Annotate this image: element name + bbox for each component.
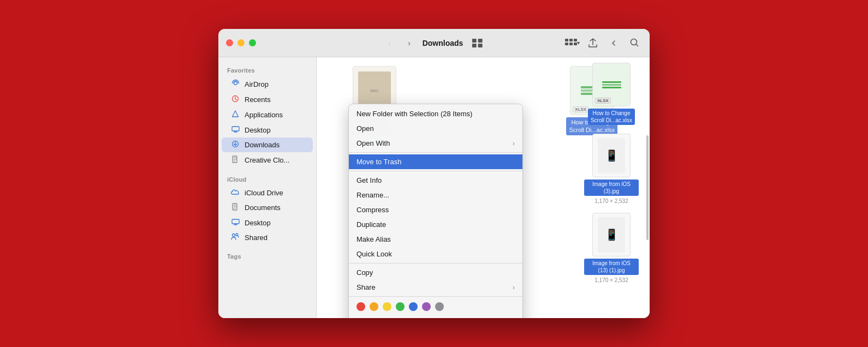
icloud-label: iCloud xyxy=(218,173,316,185)
cm-new-folder-label: New Folder with Selection (28 Items) xyxy=(356,110,472,118)
cm-copy[interactable]: Copy xyxy=(349,265,522,280)
cm-duplicate[interactable]: Duplicate xyxy=(349,217,522,232)
cm-open[interactable]: Open xyxy=(349,121,522,136)
svg-rect-2 xyxy=(472,44,476,47)
file-sublabel-right-3: 1,170 × 2,532 xyxy=(594,277,628,283)
file-item-right-3[interactable]: 📱 Image from iOS (13) (1).jpg 1,170 × 2,… xyxy=(579,213,644,283)
cm-quick-look[interactable]: Quick Look xyxy=(349,247,522,261)
downloads-icon xyxy=(230,140,240,149)
cm-separator-3 xyxy=(349,263,522,264)
group-icon xyxy=(565,39,577,47)
content-area: IMG JPG Homest...NOV-253... XLS xyxy=(317,57,650,318)
svg-rect-17 xyxy=(232,219,239,224)
file-label-right-3: Image from iOS (13) (1).jpg xyxy=(584,259,639,275)
titlebar: ‹ › Downloads xyxy=(218,29,650,57)
sidebar-item-creative-cloud[interactable]: Creative Clo... xyxy=(222,153,313,167)
cm-move-to-trash-label: Move to Trash xyxy=(356,158,401,166)
applications-icon xyxy=(230,110,240,119)
sidebar-item-airdrop[interactable]: AirDrop xyxy=(222,76,313,92)
file-thumb-right-2: 📱 xyxy=(592,134,631,177)
close-button[interactable] xyxy=(226,39,233,46)
more-icon xyxy=(609,39,618,47)
cm-copy-label: Copy xyxy=(356,268,373,277)
cm-color-picker xyxy=(349,298,522,315)
minimize-button[interactable] xyxy=(237,39,245,46)
cm-get-info[interactable]: Get Info xyxy=(349,173,522,188)
desktop-icloud-icon xyxy=(230,218,240,227)
cm-color-orange[interactable] xyxy=(370,302,378,311)
grid-view-icon xyxy=(472,39,483,47)
titlebar-right: ▾ xyxy=(564,35,642,51)
more-button[interactable] xyxy=(606,35,621,51)
file-item-right-2[interactable]: 📱 Image from iOS (3).jpg 1,170 × 2,532 xyxy=(579,134,644,204)
sidebar-item-documents-label: Documents xyxy=(245,204,281,212)
recents-icon xyxy=(230,95,240,104)
cm-color-gray[interactable] xyxy=(435,302,444,311)
cm-share-arrow: › xyxy=(513,284,515,291)
back-button[interactable]: ‹ xyxy=(383,37,396,50)
cm-rename[interactable]: Rename... xyxy=(349,188,522,202)
sidebar-item-icloud-drive[interactable]: iCloud Drive xyxy=(222,186,313,200)
view-icon-button[interactable] xyxy=(469,35,485,51)
svg-rect-4 xyxy=(565,39,568,41)
cm-share[interactable]: Share › xyxy=(349,280,522,295)
scrollbar-thumb[interactable] xyxy=(646,135,649,240)
cm-get-info-label: Get Info xyxy=(356,176,382,184)
svg-rect-3 xyxy=(478,44,482,47)
svg-rect-5 xyxy=(569,39,573,41)
cm-color-purple[interactable] xyxy=(422,302,431,311)
cm-color-green[interactable] xyxy=(396,302,405,311)
sidebar-item-applications-label: Applications xyxy=(245,111,283,119)
sidebar: Favorites AirDrop Recents Applications xyxy=(218,57,317,318)
sidebar-item-recents[interactable]: Recents xyxy=(222,92,313,107)
cm-color-red[interactable] xyxy=(356,302,365,311)
cm-move-to-trash[interactable]: Move to Trash xyxy=(349,154,522,169)
file-sublabel-right-2: 1,170 × 2,532 xyxy=(594,198,628,204)
share-button[interactable] xyxy=(585,35,601,51)
sidebar-item-documents[interactable]: Documents xyxy=(222,200,313,215)
share-icon xyxy=(588,38,597,48)
finder-window: ‹ › Downloads xyxy=(218,29,650,318)
sidebar-item-applications[interactable]: Applications xyxy=(222,107,313,122)
cm-make-alias-label: Make Alias xyxy=(356,235,391,243)
fullscreen-button[interactable] xyxy=(249,39,256,46)
cm-rename-label: Rename... xyxy=(356,191,389,199)
window-title: Downloads xyxy=(423,39,463,47)
cm-color-blue[interactable] xyxy=(409,302,418,311)
svg-rect-7 xyxy=(565,43,568,45)
svg-rect-8 xyxy=(569,43,573,45)
svg-rect-1 xyxy=(478,39,482,43)
file-label-right-1: How to ChangeScroll Di...ac.xlsx xyxy=(588,109,635,125)
cm-open-label: Open xyxy=(356,124,374,133)
cm-compress[interactable]: Compress xyxy=(349,202,522,217)
cm-new-folder[interactable]: New Folder with Selection (28 Items) xyxy=(349,106,522,121)
sidebar-item-shared[interactable]: Shared xyxy=(222,230,313,244)
cm-duplicate-label: Duplicate xyxy=(356,220,386,229)
svg-rect-13 xyxy=(232,127,239,131)
sidebar-item-desktop-icloud[interactable]: Desktop xyxy=(222,216,313,230)
sidebar-item-downloads[interactable]: Downloads xyxy=(222,137,313,152)
svg-rect-0 xyxy=(472,39,476,43)
main-body: Favorites AirDrop Recents Applications xyxy=(218,57,650,318)
airdrop-icon xyxy=(230,79,240,89)
cm-separator-2 xyxy=(349,171,522,171)
scrollbar-track[interactable] xyxy=(645,57,650,318)
favorites-label: Favorites xyxy=(218,64,316,76)
cm-tags[interactable]: Tags... xyxy=(349,315,522,318)
cm-open-with[interactable]: Open With › xyxy=(349,136,522,151)
right-files: XLSX How to ChangeScroll Di...ac.xlsx 📱 … xyxy=(573,57,650,318)
search-button[interactable] xyxy=(627,35,642,51)
desktop-icon xyxy=(230,125,240,134)
titlebar-center: ‹ › Downloads xyxy=(383,35,485,51)
icloud-drive-icon xyxy=(230,188,240,197)
sidebar-item-desktop[interactable]: Desktop xyxy=(222,123,313,137)
cm-color-yellow[interactable] xyxy=(383,302,391,311)
forward-button[interactable]: › xyxy=(403,37,416,50)
file-item-right-1[interactable]: XLSX How to ChangeScroll Di...ac.xlsx xyxy=(579,63,644,125)
sidebar-item-desktop-label: Desktop xyxy=(245,126,271,134)
group-view-button[interactable]: ▾ xyxy=(564,35,580,51)
cm-make-alias[interactable]: Make Alias xyxy=(349,232,522,247)
cm-separator-4 xyxy=(349,296,522,297)
documents-icon xyxy=(230,203,240,212)
cm-quick-look-label: Quick Look xyxy=(356,250,392,258)
